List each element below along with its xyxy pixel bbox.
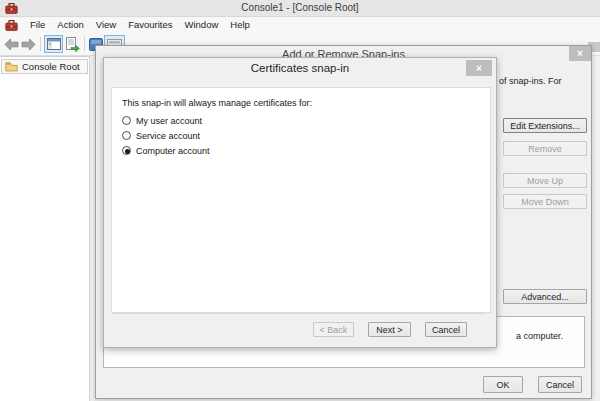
export-list-button[interactable] [63, 35, 81, 53]
forward-button[interactable] [20, 35, 37, 53]
back-arrow-icon [4, 38, 19, 51]
menu-window[interactable]: Window [179, 17, 225, 33]
back-button: < Back [313, 322, 354, 337]
menu-help[interactable]: Help [224, 17, 256, 33]
radio-label: Service account [136, 131, 200, 141]
advanced-button[interactable]: Advanced... [503, 289, 587, 304]
snapin-manage-prompt: This snap-in will always manage certific… [122, 98, 312, 108]
back-button[interactable] [3, 35, 20, 53]
menu-file[interactable]: File [24, 17, 51, 33]
wizard-cancel-button[interactable]: Cancel [425, 322, 467, 337]
move-down-button: Move Down [503, 194, 587, 209]
wizard-separator [112, 313, 486, 314]
ok-button[interactable]: OK [483, 376, 523, 393]
radio-label: Computer account [136, 146, 210, 156]
menu-favourites[interactable]: Favourites [122, 17, 178, 33]
mmc-toolbox-icon [5, 19, 18, 32]
move-up-button: Move Up [503, 173, 587, 188]
folder-icon [5, 61, 18, 72]
radio-service-account[interactable]: Service account [122, 130, 200, 141]
forward-arrow-icon [21, 38, 36, 51]
description-text-fragment: a computer. [516, 331, 563, 341]
console-tree-panel: Console Root [0, 56, 90, 401]
menu-action[interactable]: Action [51, 17, 89, 33]
title-bar: Console1 - [Console Root] [0, 0, 600, 17]
cancel-button[interactable]: Cancel [538, 376, 582, 393]
radio-my-user-account[interactable]: My user account [122, 115, 202, 126]
certificates-dialog-title: Certificates snap-in [104, 62, 496, 74]
next-button[interactable]: Next > [368, 322, 411, 337]
certificates-snapin-dialog: Certificates snap-in × This snap-in will… [103, 57, 497, 348]
radio-computer-account[interactable]: Computer account [122, 145, 210, 156]
show-tree-button[interactable] [44, 35, 63, 53]
menu-view[interactable]: View [90, 17, 122, 33]
radio-circle-icon [122, 116, 131, 125]
show-tree-icon [47, 38, 61, 50]
export-list-icon [64, 37, 80, 52]
remove-button: Remove [503, 141, 587, 156]
radio-circle-icon [122, 131, 131, 140]
wizard-page: This snap-in will always manage certific… [111, 87, 491, 313]
edit-extensions-button[interactable]: Edit Extensions... [503, 118, 587, 133]
window-title: Console1 - [Console Root] [0, 2, 600, 13]
tree-item-console-root[interactable]: Console Root [1, 59, 88, 74]
snapins-intro-text-fragment: of snap-ins. For [499, 76, 562, 86]
certificates-close-icon[interactable]: × [466, 60, 492, 76]
tree-item-label: Console Root [22, 61, 80, 72]
toolbar-separator [40, 37, 41, 51]
snapins-close-icon[interactable]: × [569, 46, 591, 61]
menu-bar: File Action View Favourites Window Help [0, 17, 600, 33]
radio-label: My user account [136, 116, 202, 126]
toolbar-separator [84, 37, 85, 51]
radio-circle-icon [122, 146, 131, 155]
